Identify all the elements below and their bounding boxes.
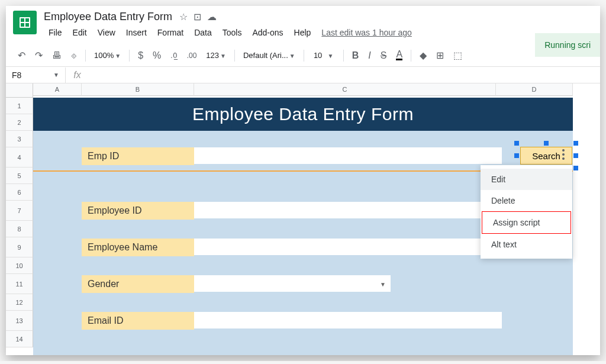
percent-button[interactable]: %	[149, 48, 165, 63]
menu-data[interactable]: Data	[189, 25, 217, 40]
menu-insert[interactable]: Insert	[121, 25, 152, 40]
svg-rect-4	[25, 23, 29, 27]
row-header[interactable]: 3	[6, 131, 33, 147]
strike-button[interactable]: S	[377, 48, 391, 63]
select-all-corner[interactable]	[6, 83, 33, 98]
kebab-icon[interactable]	[562, 149, 565, 160]
decrease-decimal-button[interactable]: .0̲	[167, 49, 180, 62]
cm-edit[interactable]: Edit	[481, 169, 572, 190]
star-icon[interactable]: ☆	[179, 11, 188, 22]
row-header[interactable]: 14	[6, 331, 33, 347]
cm-assign-script[interactable]: Assign script	[482, 211, 571, 234]
merge-button[interactable]: ⬚	[450, 47, 466, 63]
formula-bar: F8▼ fx	[6, 67, 600, 83]
redo-button[interactable]: ↷	[31, 47, 46, 63]
increase-decimal-button[interactable]: .00	[183, 49, 201, 62]
label-email-id: Email ID	[82, 312, 194, 330]
menu-tools[interactable]: Tools	[218, 25, 247, 40]
menu-addons[interactable]: Add-ons	[247, 25, 288, 40]
bold-button[interactable]: B	[349, 48, 363, 63]
name-box[interactable]: F8▼	[6, 70, 65, 80]
row-header[interactable]: 1	[6, 98, 33, 114]
form-title: Employee Data Entry Form	[33, 98, 573, 131]
label-gender: Gender	[82, 275, 194, 293]
label-employee-id: Employee ID	[82, 202, 194, 220]
fx-label: fx	[65, 67, 89, 83]
borders-button[interactable]: ⊞	[433, 47, 447, 63]
label-emp-id: Emp ID	[82, 147, 194, 165]
label-employee-name: Employee Name	[82, 239, 194, 256]
col-header-b[interactable]: B	[82, 83, 194, 96]
cm-delete[interactable]: Delete	[481, 190, 572, 211]
row-header[interactable]: 6	[6, 184, 33, 201]
col-header-c[interactable]: C	[194, 83, 496, 96]
font-size-select[interactable]: 10 ▼	[309, 50, 339, 61]
titlebar: Employee Data Entry Form ☆ ⊡ ☁ File Edit…	[6, 6, 600, 44]
zoom-select[interactable]: 100%▼	[91, 50, 124, 61]
svg-rect-1	[21, 18, 24, 22]
row-header[interactable]: 7	[6, 201, 33, 221]
row-header[interactable]: 9	[6, 237, 33, 257]
input-email-id[interactable]	[194, 312, 502, 328]
menu-view[interactable]: View	[93, 25, 120, 40]
menu-edit[interactable]: Edit	[68, 25, 92, 40]
sheets-icon	[18, 15, 32, 30]
last-edit-link[interactable]: Last edit was 1 hour ago	[321, 28, 412, 37]
row-header[interactable]: 5	[6, 167, 33, 184]
menu-help[interactable]: Help	[289, 25, 316, 40]
number-format-select[interactable]: 123▼	[202, 50, 230, 61]
fill-color-button[interactable]: ◆	[416, 47, 430, 63]
italic-button[interactable]: I	[365, 48, 374, 63]
svg-rect-3	[21, 23, 24, 27]
doc-title[interactable]: Employee Data Entry Form	[44, 11, 172, 23]
running-script-toast: Running scri	[535, 33, 600, 57]
cm-alt-text[interactable]: Alt text	[481, 234, 572, 255]
sheets-window: Employee Data Entry Form ☆ ⊡ ☁ File Edit…	[6, 6, 600, 355]
menu-bar: File Edit View Insert Format Data Tools …	[44, 25, 593, 40]
row-header[interactable]: 2	[6, 114, 33, 131]
row-header[interactable]: 12	[6, 294, 33, 311]
input-employee-id[interactable]	[194, 202, 502, 218]
col-header-d[interactable]: D	[496, 83, 573, 96]
text-color-button[interactable]: A	[392, 48, 406, 63]
font-select[interactable]: Default (Ari...▼	[240, 50, 299, 61]
undo-button[interactable]: ↶	[14, 47, 29, 63]
row-header[interactable]: 4	[6, 147, 33, 167]
sheets-logo[interactable]	[13, 11, 37, 34]
currency-button[interactable]: $	[134, 48, 147, 63]
input-emp-id[interactable]	[194, 147, 502, 164]
move-icon[interactable]: ⊡	[194, 11, 201, 22]
row-header[interactable]: 10	[6, 257, 33, 274]
menu-format[interactable]: Format	[153, 25, 188, 40]
input-employee-name[interactable]	[194, 239, 502, 255]
toolbar: ↶ ↷ 🖶 ⟐ 100%▼ $ % .0̲ .00 123▼ Default (…	[6, 44, 600, 67]
col-header-a[interactable]: A	[33, 83, 82, 96]
row-header[interactable]: 13	[6, 311, 33, 331]
select-gender[interactable]: ▼	[194, 275, 391, 292]
menu-file[interactable]: File	[44, 25, 67, 40]
cloud-icon[interactable]: ☁	[207, 11, 217, 22]
paint-format-button[interactable]: ⟐	[67, 48, 80, 63]
row-header[interactable]: 8	[6, 221, 33, 237]
formula-input[interactable]	[89, 68, 600, 82]
print-button[interactable]: 🖶	[49, 48, 65, 63]
context-menu: Edit Delete Assign script Alt text	[481, 165, 572, 259]
row-header[interactable]: 11	[6, 274, 33, 294]
svg-rect-2	[25, 18, 29, 22]
